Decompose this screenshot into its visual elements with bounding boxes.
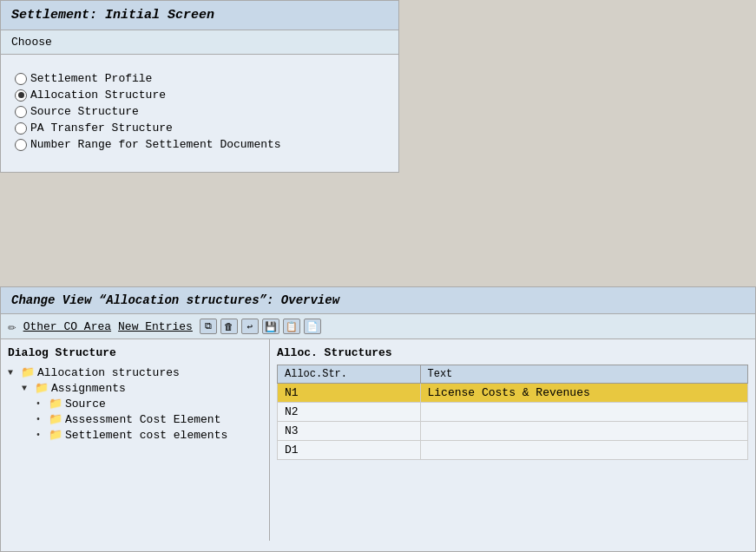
- table-row[interactable]: N2: [278, 403, 748, 422]
- radio-item-pa-transfer[interactable]: PA Transfer Structure: [15, 122, 385, 135]
- alloc-text-cell: [420, 403, 747, 422]
- save1-icon-button[interactable]: 💾: [262, 319, 279, 334]
- tree-expand-icon: ▼: [8, 368, 18, 378]
- radio-circle-settlement-profile[interactable]: [15, 73, 27, 85]
- tree-expand-icon: •: [36, 399, 46, 409]
- tree-expand-icon: •: [36, 415, 46, 424]
- save2-icon-button[interactable]: 📋: [283, 319, 300, 334]
- radio-label-source-structure: Source Structure: [30, 105, 139, 118]
- alloc-structures-title: Alloc. Structures: [277, 346, 748, 359]
- copy-icon-button[interactable]: ⧉: [200, 319, 217, 334]
- radio-label-pa-transfer: PA Transfer Structure: [30, 122, 173, 135]
- radio-label-allocation-structure: Allocation Structure: [30, 89, 166, 102]
- tree-item-label: Settlement cost elements: [65, 429, 227, 442]
- top-panel-content: Settlement ProfileAllocation StructureSo…: [1, 55, 398, 172]
- alloc-text-cell: License Costs & Revenues: [420, 384, 747, 403]
- dialog-structure-panel: Dialog Structure ▼📁Allocation structures…: [1, 339, 270, 541]
- display-icon-button[interactable]: 📄: [304, 319, 321, 334]
- radio-item-allocation-structure[interactable]: Allocation Structure: [15, 89, 385, 102]
- folder-icon: 📁: [21, 365, 35, 379]
- alloc-structures-panel: Alloc. Structures Alloc.Str.TextN1Licens…: [270, 339, 755, 541]
- tree-item[interactable]: •📁Settlement cost elements: [36, 427, 262, 443]
- radio-item-number-range[interactable]: Number Range for Settlement Documents: [15, 138, 385, 151]
- tree-item[interactable]: ▼📁Allocation structures: [8, 365, 262, 380]
- radio-circle-number-range[interactable]: [15, 139, 27, 151]
- bottom-panel-title: Change View “Allocation structures”: Ove…: [1, 287, 755, 314]
- alloc-text-cell: [420, 422, 747, 441]
- toolbar-icons: ⧉ 🗑 ↩ 💾 📋 📄: [200, 319, 321, 334]
- alloc-str-cell: D1: [278, 441, 421, 460]
- radio-item-source-structure[interactable]: Source Structure: [15, 105, 385, 118]
- tree-container: ▼📁Allocation structures▼📁Assignments•📁So…: [8, 365, 262, 443]
- tree-expand-icon: ▼: [22, 384, 32, 393]
- dialog-structure-title: Dialog Structure: [8, 346, 262, 359]
- folder-icon: 📁: [49, 397, 62, 411]
- bottom-panel: Change View “Allocation structures”: Ove…: [0, 286, 756, 552]
- table-row[interactable]: N3: [278, 422, 748, 441]
- folder-icon: 📁: [35, 381, 49, 395]
- other-co-area-button[interactable]: Other CO Area: [23, 320, 111, 333]
- alloc-str-cell: N1: [278, 384, 421, 403]
- alloc-str-cell: N2: [278, 403, 421, 422]
- alloc-table: Alloc.Str.TextN1License Costs & Revenues…: [277, 365, 748, 460]
- alloc-table-header: Alloc.Str.: [278, 365, 421, 384]
- tree-item-label: Assignments: [51, 382, 126, 395]
- tree-item[interactable]: ▼📁Assignments: [22, 380, 262, 396]
- folder-icon: 📁: [49, 412, 62, 426]
- alloc-str-cell: N3: [278, 422, 421, 441]
- top-panel-subtitle: Choose: [1, 30, 398, 55]
- radio-label-settlement-profile: Settlement Profile: [30, 72, 152, 85]
- radio-circle-source-structure[interactable]: [15, 106, 27, 118]
- radio-circle-pa-transfer[interactable]: [15, 122, 27, 135]
- alloc-table-header: Text: [420, 365, 747, 384]
- undo-icon-button[interactable]: ↩: [241, 319, 259, 334]
- top-panel: Settlement: Initial Screen Choose Settle…: [0, 0, 399, 173]
- table-row[interactable]: D1: [278, 441, 748, 460]
- radio-circle-allocation-structure[interactable]: [15, 89, 27, 102]
- tree-item-label: Source: [65, 398, 106, 411]
- tree-expand-icon: •: [36, 430, 46, 440]
- edit-icon: ✏: [8, 318, 16, 335]
- new-entries-button[interactable]: New Entries: [118, 320, 193, 333]
- radio-item-settlement-profile[interactable]: Settlement Profile: [15, 72, 385, 85]
- delete-icon-button[interactable]: 🗑: [220, 319, 238, 334]
- tree-item-label: Allocation structures: [37, 366, 180, 379]
- tree-item[interactable]: •📁Source: [36, 396, 262, 411]
- main-area: Dialog Structure ▼📁Allocation structures…: [1, 339, 755, 541]
- folder-icon: 📁: [49, 428, 62, 442]
- tree-item[interactable]: •📁Assessment Cost Element: [36, 411, 262, 427]
- radio-group: Settlement ProfileAllocation StructureSo…: [15, 72, 385, 151]
- toolbar: ✏ Other CO Area New Entries ⧉ 🗑 ↩ 💾 📋 📄: [1, 314, 755, 339]
- radio-label-number-range: Number Range for Settlement Documents: [30, 138, 281, 151]
- alloc-text-cell: [420, 441, 747, 460]
- tree-item-label: Assessment Cost Element: [65, 413, 220, 426]
- top-panel-title: Settlement: Initial Screen: [1, 1, 398, 30]
- table-row[interactable]: N1License Costs & Revenues: [278, 384, 748, 403]
